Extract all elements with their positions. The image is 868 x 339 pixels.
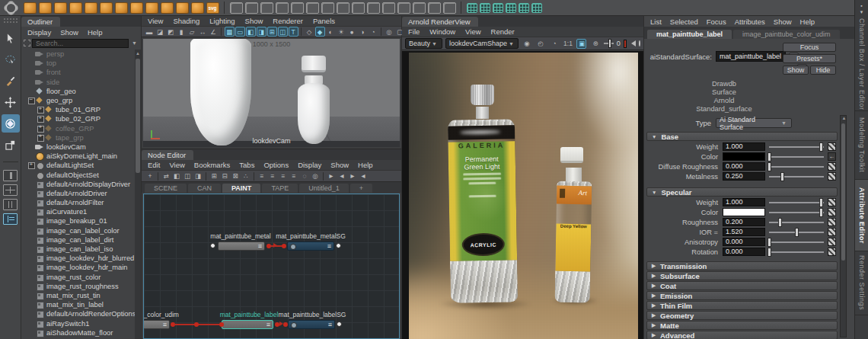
outliner-item[interactable]: image_lookdev_hdr_main: [21, 263, 135, 272]
shelf-separator[interactable]: [224, 2, 225, 14]
expand-toggle[interactable]: [27, 236, 35, 244]
node-mat-painttube-label[interactable]: ≡: [222, 320, 273, 329]
menu-item[interactable]: Bookmarks: [194, 161, 231, 169]
texture-map-button[interactable]: [828, 218, 836, 226]
attr-section-header[interactable]: ▶Matte: [646, 321, 838, 330]
outliner-item[interactable]: mat_mix_rust_tin: [21, 291, 135, 300]
sync-selection-icon[interactable]: ⇄: [161, 171, 171, 181]
sidebar-tab[interactable]: Render Settings: [855, 251, 868, 315]
region-render-icon[interactable]: ▣: [576, 39, 586, 49]
svg-tool-icon[interactable]: svg: [206, 2, 219, 14]
outliner-item[interactable]: image_can_label_dirt: [21, 235, 135, 245]
clear-graph-icon[interactable]: ⊠: [231, 171, 241, 181]
start-render-icon[interactable]: ◉: [522, 39, 531, 49]
sidebar-tab[interactable]: Attribute Editor: [855, 180, 868, 251]
attribute-slider[interactable]: [769, 228, 824, 237]
attribute-value-field[interactable]: [723, 208, 765, 216]
attribute-slider[interactable]: [769, 162, 824, 171]
outliner-item[interactable]: image_rust_color: [21, 273, 135, 282]
expand-toggle[interactable]: [27, 310, 35, 318]
toolbar-separator[interactable]: [381, 27, 381, 36]
poly-cube-icon[interactable]: [39, 2, 52, 14]
expand-toggle[interactable]: [37, 106, 44, 114]
expand-toggle[interactable]: [27, 273, 35, 281]
shelf-options-gear-icon[interactable]: [5, 2, 17, 14]
node-tab[interactable]: image_painttube_color_udim: [733, 30, 840, 39]
symmetry-icon[interactable]: [443, 2, 456, 14]
expand-toggle[interactable]: [27, 208, 35, 216]
expand-toggle[interactable]: [27, 264, 35, 271]
background-color-swatch[interactable]: [624, 40, 627, 48]
attr-section-header[interactable]: ▶Subsurface: [646, 271, 838, 280]
outliner-item[interactable]: persp: [21, 50, 135, 59]
wireframe-icon[interactable]: ◇: [305, 27, 314, 37]
menu-item[interactable]: Panels: [313, 17, 335, 25]
camera-gate-icon[interactable]: ◩: [166, 27, 176, 37]
connection-dot[interactable]: [219, 322, 224, 327]
menu-item[interactable]: Edit: [148, 161, 160, 169]
scrollbar-thumb[interactable]: [841, 123, 845, 261]
menu-item[interactable]: Help: [358, 161, 373, 169]
expand-toggle[interactable]: [27, 292, 35, 299]
lights-icon[interactable]: ☀: [337, 27, 346, 37]
menu-item[interactable]: File: [408, 27, 420, 36]
select-tool[interactable]: [2, 29, 20, 47]
clay-tube-02-cap[interactable]: [302, 56, 326, 72]
outliner-item[interactable]: lookdevCam: [21, 142, 135, 152]
toolbar-separator[interactable]: [254, 172, 254, 181]
show-button[interactable]: Show: [783, 66, 809, 75]
chevron-down-icon[interactable]: ▼: [130, 40, 139, 46]
motion-blur-icon[interactable]: ◔: [369, 27, 378, 37]
connection-dot[interactable]: [194, 322, 199, 327]
outliner-item[interactable]: defaultLightSet: [21, 161, 135, 170]
zoom-ratio-label[interactable]: 1:1: [563, 39, 573, 49]
texture-map-button[interactable]: [828, 162, 836, 171]
frame-all-icon[interactable]: ◎: [311, 171, 321, 181]
menu-item[interactable]: View: [148, 17, 163, 25]
graph-tab[interactable]: Untitled_1: [299, 184, 349, 193]
outliner-item[interactable]: side: [21, 78, 135, 87]
expand-toggle[interactable]: [27, 171, 35, 179]
bridge-icon[interactable]: [367, 2, 380, 14]
outliner-persp-layout-button[interactable]: [3, 213, 18, 225]
texture-map-button[interactable]: [828, 208, 836, 216]
toolbar-separator[interactable]: [221, 27, 222, 36]
menu-item[interactable]: Shading: [173, 17, 199, 25]
menu-item[interactable]: Selected: [670, 18, 698, 26]
field-chart-icon[interactable]: ⊞: [267, 27, 277, 37]
texture-map-button[interactable]: [828, 238, 836, 246]
node-name-field[interactable]: [716, 51, 786, 62]
separate-icon[interactable]: [245, 2, 258, 14]
rendered-image[interactable]: GALERIA PermanentGreen Light ACRYLIC: [409, 53, 638, 339]
attribute-slider[interactable]: [769, 218, 824, 227]
menu-item[interactable]: List: [650, 18, 662, 26]
menu-item[interactable]: Lighting: [209, 17, 235, 25]
poly-cone-icon[interactable]: [69, 2, 82, 14]
menu-item[interactable]: Show: [774, 18, 792, 26]
poly-torus-icon[interactable]: [85, 2, 97, 14]
node-graph-canvas[interactable]: mat_painttube_metal ≡ mat_painttube_meta…: [143, 193, 400, 339]
node-mat-painttube-metalSG[interactable]: ≡: [287, 241, 334, 251]
poly-helix-icon[interactable]: [191, 2, 204, 14]
presets-button[interactable]: Presets*: [783, 54, 836, 63]
attribute-value-field[interactable]: 1.000: [723, 142, 765, 151]
extrude-icon[interactable]: [337, 2, 349, 14]
poly-platonic-icon[interactable]: [130, 2, 143, 14]
quad-draw-icon[interactable]: [382, 2, 395, 14]
two-pane-layout-button[interactable]: [3, 199, 18, 210]
teal-nodes-icon[interactable]: [506, 3, 516, 13]
teal-grid-icon[interactable]: [467, 3, 477, 13]
paint-select-tool[interactable]: [2, 72, 20, 90]
outliner-item[interactable]: defaultObjectSet: [21, 170, 135, 179]
snooze-icon[interactable]: ◴: [535, 39, 545, 49]
node-color-udim[interactable]: ≡: [143, 320, 170, 329]
outliner-item[interactable]: aiShadowMatte_floor: [21, 328, 135, 337]
expand-toggle[interactable]: [27, 199, 35, 206]
attr-section-header[interactable]: ▶Geometry: [646, 311, 838, 320]
expand-toggle[interactable]: [37, 115, 44, 123]
outliner-item[interactable]: floor_geo: [21, 87, 135, 96]
expand-toggle[interactable]: [27, 245, 35, 253]
poly-cylinder-icon[interactable]: [54, 2, 67, 14]
expand-toggle[interactable]: [27, 181, 35, 188]
remove-from-graph-icon[interactable]: ⊟: [220, 171, 230, 181]
